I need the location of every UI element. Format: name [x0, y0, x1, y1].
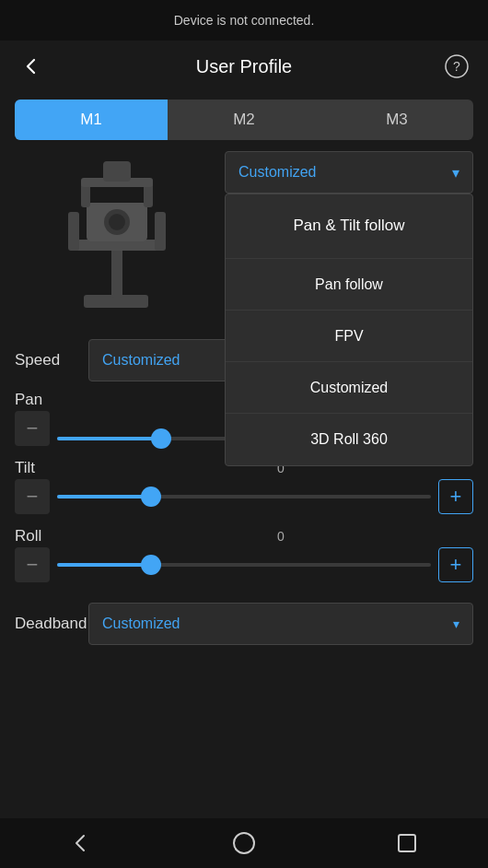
- tilt-label: Tilt: [15, 459, 88, 477]
- status-text: Device is not connected.: [174, 13, 315, 28]
- help-icon: ?: [444, 53, 470, 79]
- nav-recents-button[interactable]: [382, 818, 432, 868]
- bottom-nav: [0, 818, 488, 868]
- profile-dropdown-arrow-icon: ▾: [452, 164, 459, 182]
- header: User Profile ?: [0, 41, 488, 92]
- roll-slider-track-container[interactable]: [57, 553, 431, 577]
- tilt-plus-button[interactable]: +: [438, 479, 473, 514]
- gimbal-svg: [33, 152, 199, 327]
- status-bar: Device is not connected.: [0, 0, 488, 41]
- deadband-dropdown-text: Customized: [102, 616, 180, 632]
- roll-plus-button[interactable]: +: [438, 547, 473, 582]
- top-section: Customized ▾ Pan & Tilt follow Pan follo…: [15, 147, 473, 332]
- tilt-slider-row: Tilt 0 − +: [15, 459, 473, 514]
- roll-slider-row: Roll 0 − +: [15, 527, 473, 582]
- back-icon: [21, 56, 41, 76]
- roll-slider-controls: − +: [15, 547, 473, 582]
- pan-label: Pan: [15, 391, 88, 409]
- dropdown-option-pan-tilt-follow[interactable]: Pan & Tilt follow: [226, 194, 472, 259]
- deadband-row: Deadband Customized ▾: [15, 599, 473, 649]
- gimbal-image: [15, 147, 217, 332]
- nav-back-button[interactable]: [56, 818, 106, 868]
- profile-dropdown-text: Customized: [238, 164, 316, 181]
- profile-dropdown-area: Customized ▾ Pan & Tilt follow Pan follo…: [225, 151, 473, 194]
- svg-point-14: [234, 833, 254, 853]
- deadband-dropdown[interactable]: Customized ▾: [88, 603, 473, 645]
- profile-dropdown-menu: Pan & Tilt follow Pan follow FPV Customi…: [225, 194, 473, 466]
- tilt-slider-controls: − +: [15, 479, 473, 514]
- main-content: Customized ▾ Pan & Tilt follow Pan follo…: [0, 147, 488, 649]
- svg-rect-5: [68, 212, 79, 251]
- svg-rect-3: [111, 244, 122, 298]
- roll-minus-button[interactable]: −: [15, 547, 50, 582]
- svg-point-9: [109, 214, 125, 230]
- pan-minus-button[interactable]: −: [15, 411, 50, 446]
- profile-dropdown-selector[interactable]: Customized ▾: [225, 151, 473, 194]
- svg-rect-13: [103, 161, 131, 182]
- svg-rect-6: [155, 212, 166, 251]
- speed-dropdown-text: Customized: [102, 352, 180, 369]
- tab-m1[interactable]: M1: [15, 100, 168, 140]
- dropdown-option-customized[interactable]: Customized: [226, 362, 472, 414]
- deadband-dropdown-arrow-icon: ▾: [453, 616, 459, 631]
- dropdown-option-3d-roll[interactable]: 3D Roll 360: [226, 414, 472, 465]
- tilt-slider-track-container[interactable]: [57, 485, 431, 509]
- page-title: User Profile: [196, 56, 292, 77]
- tilt-minus-button[interactable]: −: [15, 479, 50, 514]
- speed-label: Speed: [15, 351, 88, 369]
- tab-m2[interactable]: M2: [168, 100, 320, 140]
- dropdown-option-pan-follow[interactable]: Pan follow: [226, 259, 472, 311]
- nav-back-icon: [69, 831, 93, 855]
- tab-bar: M1 M2 M3: [15, 100, 473, 140]
- nav-home-button[interactable]: [219, 818, 269, 868]
- tab-m3[interactable]: M3: [320, 100, 473, 140]
- svg-text:?: ?: [453, 59, 460, 74]
- nav-recents-icon: [395, 831, 419, 855]
- dropdown-option-fpv[interactable]: FPV: [226, 311, 472, 362]
- roll-label: Roll: [15, 527, 88, 545]
- deadband-label: Deadband: [15, 615, 88, 633]
- help-button[interactable]: ?: [440, 50, 473, 83]
- back-button[interactable]: [15, 50, 48, 83]
- roll-value: 0: [88, 529, 473, 544]
- svg-rect-15: [399, 835, 415, 851]
- nav-home-icon: [232, 831, 256, 855]
